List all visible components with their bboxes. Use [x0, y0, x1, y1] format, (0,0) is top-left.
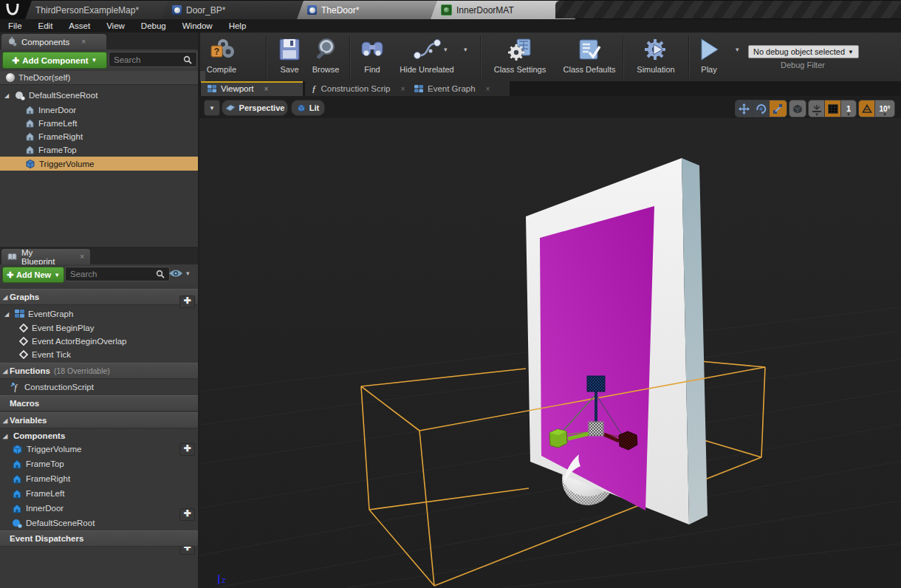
close-icon[interactable]: ×: [264, 85, 269, 93]
plus-icon: ✚: [13, 55, 20, 66]
components-search-input[interactable]: Search: [109, 52, 197, 67]
menu-window[interactable]: Window: [174, 21, 221, 30]
graphs-section-header[interactable]: ◢ Graphs ✚: [0, 289, 199, 305]
window-tab-map[interactable]: ThirdPersonExampleMap*: [25, 1, 182, 19]
event-beginplay-row[interactable]: Event BeginPlay: [0, 321, 219, 335]
variables-components-subheader[interactable]: ◢ Components: [0, 429, 202, 442]
close-icon[interactable]: ×: [80, 253, 84, 261]
lit-cube-icon: [297, 103, 306, 112]
window-tab-thedoor[interactable]: TheDoor* ×: [297, 1, 450, 19]
event-graph-row[interactable]: ◢ EventGraph: [0, 307, 204, 321]
expander-icon: ◢: [3, 417, 10, 424]
construction-script-row[interactable]: f ConstructionScript: [0, 380, 210, 394]
tab-viewport[interactable]: Viewport ×: [201, 81, 304, 96]
close-icon[interactable]: ×: [486, 85, 490, 93]
static-mesh-icon: [12, 489, 22, 499]
window-tab-innerdoormat[interactable]: InnerDoorMAT ×: [431, 1, 575, 19]
play-button[interactable]: Play: [683, 35, 735, 74]
gizmo-z-cube[interactable]: [587, 376, 605, 392]
browse-button[interactable]: Browse: [300, 35, 352, 74]
variable-frameleft-row[interactable]: FrameLeft: [0, 487, 211, 500]
tree-row-self[interactable]: TheDoor(self): [0, 71, 205, 85]
viewport-3d[interactable]: z: [199, 96, 901, 588]
visibility-dropdown[interactable]: ▾: [186, 270, 190, 277]
rotate-tool-button[interactable]: [752, 100, 770, 117]
tree-row-scene-root[interactable]: ◢ DefaultSceneRoot: [0, 89, 204, 102]
event-tick-row[interactable]: Event Tick: [0, 348, 219, 361]
menu-file[interactable]: File: [0, 21, 30, 30]
hide-unrelated-button[interactable]: Hide Unrelated: [393, 35, 461, 74]
tree-row-frameright[interactable]: FrameRight: [0, 130, 225, 143]
menu-edit[interactable]: Edit: [30, 21, 61, 30]
gizmo-center-cube[interactable]: [589, 422, 603, 436]
add-graph-button[interactable]: ✚: [179, 295, 195, 308]
event-actorbeginoverlap-row[interactable]: Event ActorBeginOverlap: [0, 335, 219, 348]
compile-button[interactable]: ? Compile: [196, 35, 247, 74]
tree-row-frametop[interactable]: FrameTop: [0, 143, 225, 157]
window-tab-label: InnerDoorMAT: [456, 5, 514, 16]
chevron-down-icon: ▼: [209, 105, 215, 112]
grid-snap-size-button[interactable]: 1 ▼: [840, 100, 857, 117]
viewport-options-dropdown[interactable]: ▼: [204, 100, 220, 116]
door-mesh[interactable]: [526, 158, 708, 524]
menu-view[interactable]: View: [98, 21, 133, 30]
window-tab-door-bp[interactable]: Door_BP* ×: [162, 1, 317, 19]
my-blueprint-search-input[interactable]: Search: [65, 267, 170, 281]
perspective-icon: [225, 104, 236, 112]
add-new-button[interactable]: ✚ Add New ▼: [2, 267, 64, 283]
menu-help[interactable]: Help: [221, 21, 255, 30]
play-icon: [697, 35, 721, 64]
event-dispatchers-section-header[interactable]: Event Dispatchers ✚: [0, 530, 199, 547]
find-button[interactable]: Find: [346, 35, 398, 74]
graph-icon: [414, 85, 423, 93]
move-tool-button[interactable]: [735, 100, 753, 117]
visibility-eye-icon[interactable]: [168, 268, 183, 278]
debug-filter-dropdown[interactable]: No debug object selected ▼: [748, 45, 859, 58]
functions-section-header[interactable]: ◢ Functions (18 Overridable) ✚: [0, 363, 199, 379]
coordinate-system-button[interactable]: [789, 100, 806, 117]
perspective-button[interactable]: Perspective: [222, 100, 288, 116]
grid-snap-button[interactable]: [824, 100, 842, 117]
close-icon[interactable]: ×: [81, 38, 86, 46]
expander-icon[interactable]: ◢: [4, 92, 11, 99]
tab-construction-script[interactable]: ƒ Construction Scrip ×: [305, 81, 419, 96]
variable-frameright-row[interactable]: FrameRight: [0, 472, 211, 485]
plus-icon: ✚: [7, 270, 13, 280]
my-blueprint-panel-tab[interactable]: My Blueprint ×: [1, 249, 90, 264]
components-panel-tab[interactable]: Components ×: [1, 34, 106, 49]
menu-asset[interactable]: Asset: [61, 21, 98, 30]
my-blueprint-body: ◢ Graphs ✚ ◢ EventGraph Event BeginPlay …: [0, 284, 199, 588]
variable-innerdoor-row[interactable]: InnerDoor: [0, 502, 211, 515]
rotation-snap-button[interactable]: [858, 100, 876, 117]
hide-unrelated-dropdown[interactable]: ▾: [464, 46, 467, 53]
lit-mode-button[interactable]: Lit: [291, 100, 325, 116]
variable-frametop-row[interactable]: FrameTop: [0, 457, 211, 471]
simulation-button[interactable]: Simulation: [630, 35, 682, 74]
material-icon: [441, 4, 452, 16]
graph-icon: [15, 310, 24, 318]
add-component-button[interactable]: ✚ Add Component ▼: [2, 52, 107, 69]
surface-snapping-button[interactable]: ▼: [808, 100, 826, 117]
tree-row-frameleft[interactable]: FrameLeft: [0, 117, 225, 130]
play-options-dropdown[interactable]: ▾: [736, 46, 739, 53]
viewport-toolbar: ▼ Perspective Lit ▼: [199, 96, 901, 118]
macros-section-header[interactable]: Macros ✚: [0, 395, 199, 411]
variable-triggervolume-row[interactable]: TriggerVolume: [0, 442, 211, 456]
gizmo-x-cube[interactable]: [549, 429, 567, 448]
close-icon[interactable]: ×: [400, 85, 405, 93]
class-defaults-button[interactable]: Class Defaults: [560, 35, 619, 74]
menu-debug[interactable]: Debug: [133, 21, 174, 30]
find-icon: [360, 35, 385, 64]
tab-event-graph[interactable]: Event Graph ×: [408, 81, 510, 96]
class-settings-button[interactable]: Class Settings: [490, 35, 549, 74]
variable-scene-root-row[interactable]: DefaultSceneRoot: [0, 516, 211, 530]
rotation-snap-size-button[interactable]: 10° ▼: [874, 100, 895, 117]
box-collision-icon: [25, 159, 35, 168]
chevron-down-icon: ▼: [92, 57, 97, 64]
tree-row-triggervolume[interactable]: TriggerVolume: [0, 157, 225, 171]
viewport-scene: z: [199, 96, 901, 588]
function-icon: f: [10, 383, 21, 392]
scale-tool-button[interactable]: [769, 100, 787, 117]
tree-row-innerdoor[interactable]: InnerDoor: [0, 103, 225, 117]
variables-section-header[interactable]: ◢ Variables ✚: [0, 412, 199, 428]
